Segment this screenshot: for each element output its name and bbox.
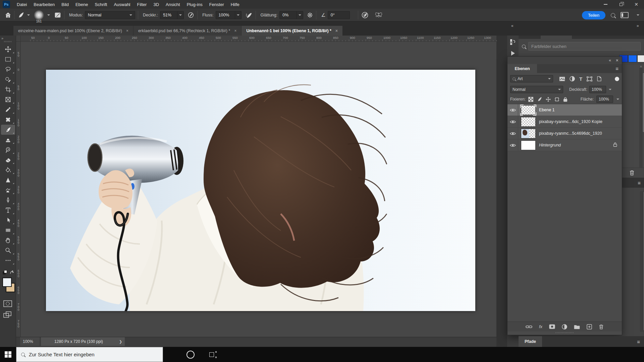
dock-collapse-left[interactable]: « xyxy=(511,23,513,28)
layer-visibility-eye-icon[interactable] xyxy=(507,139,518,151)
opacity-chevron[interactable] xyxy=(177,11,184,19)
horizontal-ruler[interactable]: 5005010015020025030035040045050055060065… xyxy=(16,36,496,42)
frame-tool[interactable] xyxy=(1,95,15,105)
scrollbar-thumb[interactable] xyxy=(642,72,644,133)
smoothing-field[interactable]: 0% xyxy=(279,11,297,19)
layer-thumbnail[interactable] xyxy=(521,117,536,127)
layers-close-icon[interactable]: × xyxy=(616,58,619,63)
blend-mode-select[interactable]: Normal xyxy=(85,11,135,19)
color-chips[interactable] xyxy=(2,278,16,293)
filter-adjustment-layers-icon[interactable] xyxy=(570,76,575,82)
move-tool[interactable] xyxy=(1,44,15,54)
filter-shape-layers-icon[interactable] xyxy=(587,76,592,82)
layers-menu-icon[interactable]: ≡ xyxy=(615,66,619,71)
lasso-tool[interactable] xyxy=(1,64,15,74)
vertical-ruler[interactable]: 5 005 01 0 01 5 02 0 02 5 03 0 03 5 04 0… xyxy=(16,42,21,337)
history-panel-icon[interactable] xyxy=(507,36,519,48)
new-group-icon[interactable] xyxy=(574,324,580,329)
eyedropper-tool[interactable] xyxy=(1,105,15,115)
toolbar-expand-chevron[interactable]: » xyxy=(1,36,3,40)
screen-mode-icon[interactable] xyxy=(3,311,12,318)
sharpen-tool[interactable] xyxy=(1,175,15,185)
layer-visibility-eye-icon[interactable] xyxy=(507,128,518,139)
quick-mask-icon[interactable] xyxy=(3,300,12,307)
workspace-chevron[interactable] xyxy=(637,14,639,16)
menu-3d[interactable]: 3D xyxy=(150,1,162,8)
link-layers-icon[interactable] xyxy=(526,325,532,329)
smudge-tool[interactable] xyxy=(1,185,15,195)
smoothing-chevron[interactable] xyxy=(297,11,303,19)
pressure-opacity-icon[interactable] xyxy=(187,11,195,19)
filter-pixel-layers-icon[interactable] xyxy=(559,76,565,82)
layer-visibility-eye-icon[interactable] xyxy=(507,116,518,127)
layer-row-4[interactable]: Hintergrund xyxy=(507,139,622,151)
new-layer-icon[interactable] xyxy=(587,324,592,329)
swatch-search-input[interactable] xyxy=(528,42,641,51)
layer-thumbnail[interactable] xyxy=(521,140,536,150)
menu-bild[interactable]: Bild xyxy=(58,1,72,8)
toggle-brush-panel-icon[interactable] xyxy=(54,11,61,19)
lower-scrollbar[interactable] xyxy=(640,191,643,332)
flow-chevron[interactable] xyxy=(235,11,241,19)
paths-menu-icon[interactable]: ≡ xyxy=(637,339,640,345)
close-button[interactable]: ✕ xyxy=(629,0,644,9)
menu-datei[interactable]: Datei xyxy=(13,1,30,8)
document-tab-1[interactable]: einzelne-haare-malen.psd bei 100% (Ebene… xyxy=(13,26,133,36)
add-mask-icon[interactable] xyxy=(549,324,555,329)
home-icon[interactable] xyxy=(5,12,11,18)
layer-row-2[interactable]: pixabay-ryanmc...6dc_1920 Kopie xyxy=(507,116,622,128)
clone-stamp-tool[interactable] xyxy=(1,135,15,145)
paint-bucket-tool[interactable] xyxy=(1,165,15,175)
cortana-icon[interactable] xyxy=(186,351,195,359)
pressure-size-icon[interactable] xyxy=(361,11,369,19)
layer-thumbnail[interactable] xyxy=(521,129,536,138)
search-icon[interactable] xyxy=(611,13,615,17)
lock-transparency-icon[interactable] xyxy=(528,97,533,102)
layer-blend-select[interactable]: Normal xyxy=(510,86,563,93)
delete-swatch-icon[interactable] xyxy=(629,170,635,176)
layer-filter-select[interactable]: Art xyxy=(510,75,553,82)
healing-brush-tool[interactable] xyxy=(1,115,15,125)
filter-type-layers-icon[interactable]: T xyxy=(579,76,582,82)
menu-bearbeiten[interactable]: Bearbeiten xyxy=(30,1,58,8)
color-swatch[interactable] xyxy=(637,55,644,62)
foreground-color-chip[interactable] xyxy=(2,278,12,287)
zoom-tool[interactable] xyxy=(1,245,15,255)
default-colors-widget[interactable] xyxy=(2,270,14,276)
lock-all-icon[interactable] xyxy=(563,97,568,102)
swatch-scrollbar[interactable]: ∧ ∨ xyxy=(639,68,643,168)
flow-field[interactable]: 100% xyxy=(216,11,235,19)
gear-icon[interactable] xyxy=(307,12,313,18)
layer-row-1[interactable]: Ebene 1 xyxy=(507,104,622,116)
path-selection-tool[interactable] xyxy=(1,215,15,225)
menu-plug-ins[interactable]: Plug-ins xyxy=(183,1,206,8)
layer-style-icon[interactable]: fx xyxy=(539,324,542,329)
document-tab-3[interactable]: Unbenannt-1 bei 100% (Ebene 1, RGB/8#) *… xyxy=(241,26,342,36)
type-tool[interactable] xyxy=(1,205,15,215)
airbrush-icon[interactable] xyxy=(245,11,253,19)
layer-fill-chevron[interactable] xyxy=(616,99,619,100)
layer-thumbnail[interactable] xyxy=(521,105,536,115)
tab-close-icon[interactable]: × xyxy=(335,28,338,33)
filter-smart-objects-icon[interactable] xyxy=(597,76,602,82)
scroll-up-icon[interactable]: ∧ xyxy=(639,65,643,68)
layers-panel-resize-grip[interactable] xyxy=(507,331,622,334)
menu-hilfe[interactable]: Hilfe xyxy=(227,1,243,8)
tab-close-icon[interactable]: × xyxy=(234,28,236,33)
crop-tool[interactable] xyxy=(1,84,15,95)
brush-size-chevron[interactable] xyxy=(47,14,50,16)
restore-button[interactable] xyxy=(613,0,629,9)
brush-tool[interactable] xyxy=(1,125,15,135)
layer-filter-toggle[interactable] xyxy=(615,77,619,81)
menu-fenster[interactable]: Fenster xyxy=(206,1,227,8)
hand-tool[interactable] xyxy=(1,235,15,245)
menu-auswahl[interactable]: Auswahl xyxy=(110,1,133,8)
lock-artboard-icon[interactable] xyxy=(554,97,559,102)
edit-toolbar[interactable] xyxy=(1,255,15,265)
tab-pfade[interactable]: Pfade xyxy=(519,336,542,347)
menu-filter[interactable]: Filter xyxy=(134,1,150,8)
lock-pixels-icon[interactable] xyxy=(537,97,542,102)
marquee-tool[interactable] xyxy=(1,54,15,64)
document-tab-2[interactable]: erklaerbild.psd bei 66,7% (Rechteck 1, R… xyxy=(133,26,241,36)
dock-collapse-right[interactable]: » xyxy=(637,23,639,28)
